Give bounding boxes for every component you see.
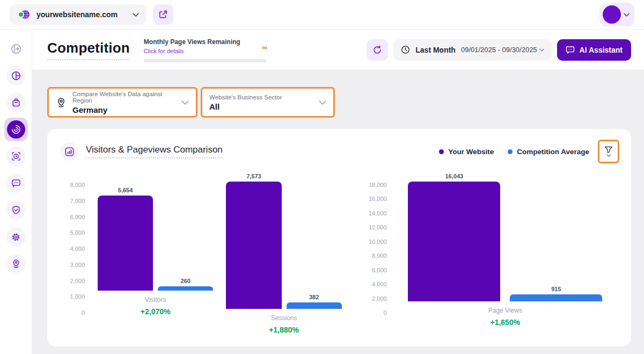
y-axis: 18,00016,00014,00012,00010,0008,0006,000… — [364, 182, 393, 316]
pageviews-remaining-widget: Monthly Page Views Remaining Click for d… — [144, 37, 267, 62]
date-range-picker[interactable]: Last Month 09/01/2025 - 09/30/2025 — [393, 39, 551, 61]
region-filter-dropdown[interactable]: Compare Website's Data against Region Ge… — [47, 87, 197, 118]
legend-label: Your Website — [448, 148, 494, 156]
bar-value-label: 382 — [275, 294, 353, 300]
open-website-button[interactable] — [153, 4, 173, 25]
y-axis-tick: 14,000 — [369, 210, 387, 216]
sidebar-item-privacy[interactable] — [6, 200, 26, 220]
chevron-down-icon — [133, 13, 139, 17]
y-axis-tick: 8,000 — [372, 252, 387, 259]
location-pin-icon — [56, 97, 67, 108]
sidebar-item-ecommerce[interactable] — [6, 93, 26, 112]
region-filter-value: Germany — [72, 105, 175, 114]
chart-legend: Your WebsiteCompetition Average — [439, 148, 589, 156]
chevron-down-icon — [624, 13, 630, 17]
sector-filter-value: All — [209, 102, 282, 111]
scan-clock-icon — [11, 151, 21, 161]
header-controls: Last Month 09/01/2025 - 09/30/2025 — [367, 39, 631, 61]
chart-card-header: Visitors & Pageviews Comparison Your Web… — [60, 140, 619, 163]
legend-dot-icon — [439, 149, 444, 154]
sidebar-item-feedback[interactable] — [6, 174, 26, 193]
bar-slot: 260 — [158, 182, 213, 291]
click-for-details-link[interactable]: Click for details — [144, 48, 184, 54]
plot-area: 16,043915Page Views+1,650% — [393, 182, 617, 316]
sidebar-item-geolocation[interactable] — [6, 254, 26, 273]
user-menu[interactable] — [599, 3, 634, 26]
bar-slot: 7,573 — [226, 182, 281, 309]
y-axis-tick: 5,000 — [70, 229, 85, 236]
sector-filter-label: Website's Business Sector — [209, 94, 282, 100]
refresh-button[interactable] — [367, 39, 388, 61]
ai-assistant-label: AI Assistant — [580, 46, 623, 54]
sidebar-item-dashboard[interactable] — [6, 66, 26, 85]
gear-icon — [11, 232, 21, 242]
globe-favicon-icon — [17, 9, 31, 20]
pageviews-remaining-label: Monthly Page Views Remaining — [144, 38, 267, 46]
filters-row: Compare Website's Data against Region Ge… — [47, 87, 631, 118]
page-title: Competition — [47, 40, 130, 60]
y-axis-tick: 8,000 — [70, 182, 85, 188]
sidebar-item-competition[interactable] — [4, 118, 28, 141]
y-axis-tick: 4,000 — [372, 281, 387, 287]
bar-value-label: 5,654 — [86, 187, 164, 193]
bar-value-label: 16,043 — [390, 173, 519, 179]
website-selector[interactable]: yourwebsitename.com — [10, 4, 147, 25]
bar-pair: 5,654260 — [91, 182, 219, 291]
sidebar-item-settings[interactable] — [6, 227, 26, 247]
y-axis-tick: 7,000 — [70, 198, 85, 204]
sidebar-item-realtime[interactable] — [6, 147, 26, 166]
y-axis-tick: 12,000 — [369, 224, 387, 230]
website-domain: yourwebsitename.com — [36, 10, 118, 19]
pie-chart-icon — [11, 71, 21, 81]
topbar: yourwebsitename.com — [0, 0, 644, 30]
chat-icon — [11, 178, 21, 188]
category-change-percent: +1,650% — [490, 318, 520, 327]
y-axis-tick: 4,000 — [70, 245, 85, 252]
pageviews-progress-bar — [144, 59, 266, 62]
chevron-down-icon — [539, 48, 544, 52]
chat-bubble-icon — [566, 46, 575, 54]
page-header: Competition Monthly Page Views Remaining… — [32, 30, 644, 70]
collapse-icon — [11, 44, 21, 54]
bar-slot: 16,043 — [408, 182, 500, 301]
legend-item-competition-average[interactable]: Competition Average — [508, 148, 589, 156]
chevron-down-icon — [606, 154, 611, 157]
chart-group: 18,00016,00014,00012,00010,0008,0006,000… — [364, 182, 617, 316]
sidebar-collapse-button[interactable] — [6, 39, 26, 59]
bar-your-website — [98, 196, 153, 291]
infinity-icon: ∞ — [262, 44, 267, 51]
category-sessions: 7,573382Sessions+1,880% — [219, 182, 348, 316]
main-area: Competition Monthly Page Views Remaining… — [32, 30, 644, 354]
y-axis-tick: 0 — [384, 309, 387, 316]
category-label: Visitors — [145, 296, 166, 304]
category-label: Sessions — [271, 314, 297, 322]
chart-area: 8,0007,0006,0005,0004,0003,0002,0001,000… — [60, 182, 619, 316]
shopping-bag-icon — [11, 98, 21, 107]
chart-filter-button[interactable] — [598, 140, 619, 163]
legend-dot-icon — [508, 149, 513, 154]
sector-filter-dropdown[interactable]: Website's Business Sector All — [201, 87, 335, 118]
bar-competition-average — [510, 294, 602, 301]
content: Compare Website's Data against Region Ge… — [32, 70, 644, 346]
funnel-icon — [604, 146, 613, 154]
external-link-icon — [159, 10, 167, 19]
legend-item-your-website[interactable]: Your Website — [439, 148, 494, 156]
y-axis-tick: 3,000 — [70, 262, 85, 268]
ai-assistant-button[interactable]: AI Assistant — [557, 39, 631, 61]
bar-value-label: 915 — [492, 286, 621, 292]
sidebar — [0, 30, 32, 354]
chevron-down-icon — [181, 100, 189, 105]
legend-label: Competition Average — [517, 148, 589, 156]
bar-pair: 7,573382 — [219, 182, 348, 309]
category-change-percent: +2,070% — [141, 307, 171, 316]
radar-icon — [11, 125, 21, 134]
chevron-down-icon — [319, 100, 326, 105]
category-change-percent: +1,880% — [269, 326, 299, 334]
refresh-icon — [372, 45, 382, 55]
y-axis-tick: 16,000 — [369, 196, 387, 202]
bar-slot: 915 — [510, 182, 602, 301]
location-pin-icon — [11, 259, 21, 269]
clock-icon — [401, 45, 410, 54]
bar-slot: 382 — [287, 182, 342, 309]
avatar — [603, 5, 621, 24]
